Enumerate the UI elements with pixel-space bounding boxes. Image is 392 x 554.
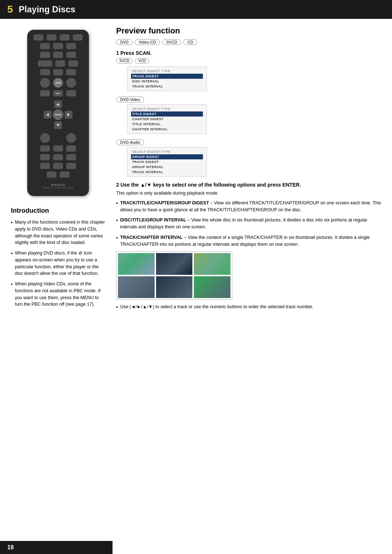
scan-button[interactable]: SCAN — [53, 78, 63, 88]
svcd-menu-box: SELECT DIGEST TYPE TRACK DIGEST DISC INT… — [127, 66, 207, 91]
introduction-bullets: Many of the functions covered in this ch… — [11, 219, 105, 308]
menu-button[interactable]: MENU — [53, 90, 63, 97]
dvdaudio-menu-item-3: GROUP INTERVAL — [131, 164, 203, 170]
chapter-title: Playing Discs — [19, 4, 75, 15]
dpad-up[interactable] — [54, 100, 62, 108]
remote-btn[interactable] — [40, 52, 50, 58]
step2-bullet-3: TRACK/CHAPTER INTERVAL – View the conten… — [116, 234, 381, 248]
remote-btn[interactable] — [60, 34, 70, 41]
remote-btn[interactable] — [53, 145, 63, 152]
remote-btn[interactable] — [40, 69, 50, 76]
thumbnail-4 — [118, 276, 155, 298]
remote-row-2 — [40, 43, 76, 49]
svcd-menu-item-1: TRACK DIGEST — [131, 74, 203, 79]
preview-title: Preview function — [116, 26, 381, 36]
remote-btn[interactable] — [40, 154, 50, 160]
enter-button[interactable]: ENTER — [53, 109, 64, 120]
remote-btn[interactable] — [66, 163, 76, 169]
dvdvideo-pill: DVD-Video — [116, 97, 144, 102]
remote-btn[interactable] — [40, 163, 50, 169]
introduction-title: Introduction — [11, 207, 105, 215]
thumbnail-1 — [118, 253, 155, 275]
remote-round-btn[interactable] — [66, 78, 76, 88]
step1-label: 1 Press SCAN. — [116, 50, 381, 56]
remote-btn[interactable] — [66, 145, 76, 152]
remote-btn[interactable] — [60, 171, 70, 178]
badge-svcd-small: SVCD — [116, 58, 133, 64]
step2-desc: This option is only available during pla… — [116, 190, 381, 197]
dpad-down[interactable] — [54, 121, 62, 129]
remote-btn[interactable] — [38, 60, 52, 67]
remote-btn[interactable] — [46, 34, 57, 41]
dvdaudio-menu-box: SELECT DIGEST TYPE GROUP DIGEST TRACK DI… — [127, 147, 207, 177]
svcd-menu-item-3: TRACK INTERVAL — [131, 84, 203, 89]
remote-btn[interactable] — [66, 154, 76, 160]
remote-btn[interactable] — [53, 154, 63, 160]
remote-row-menu: MENU — [40, 90, 76, 97]
remote-btn[interactable] — [53, 163, 63, 169]
final-bullet: Use (◄/►/▲/▼) to select a track or use t… — [116, 304, 381, 311]
intro-bullet-2: When playing DVD discs, if the ⊘ icon ap… — [11, 250, 105, 277]
dvdvideo-menu-item-3: TITLE INTERVAL — [131, 122, 203, 127]
intro-bullet-1-text: Many of the functions covered in this ch… — [15, 219, 105, 246]
remote-btn[interactable] — [40, 90, 50, 97]
remote-row-4 — [38, 60, 78, 67]
remote-btn[interactable] — [46, 171, 57, 178]
intro-bullet-3: When playing Video CDs, some of the func… — [11, 281, 105, 308]
svcd-menu-header: SELECT DIGEST TYPE — [131, 69, 203, 74]
remote-btn[interactable] — [40, 43, 50, 49]
remote-control: SCAN MENU ENTER — [27, 30, 89, 196]
remote-row-5 — [40, 69, 76, 76]
thumbnail-grid — [116, 251, 232, 300]
intro-bullet-3-text: When playing Video CDs, some of the func… — [15, 281, 105, 308]
final-bullet-text: Use (◄/►/▲/▼) to select a track or use t… — [120, 304, 313, 311]
remote-btn[interactable] — [40, 145, 50, 152]
remote-btn[interactable] — [53, 43, 63, 49]
dpad: ENTER — [44, 100, 73, 129]
remote-round-btn[interactable] — [40, 78, 50, 88]
step2-section: 2 Use the ▲/▼ keys to select one of the … — [116, 182, 381, 311]
badge-videocd: Video-CD — [135, 39, 160, 45]
format-badges: DVD Video-CD SVCD CD — [116, 39, 381, 45]
dpad-left[interactable] — [44, 111, 52, 119]
dvdaudio-pill: DVD-Audio — [116, 139, 144, 145]
introduction-section: Introduction Many of the functions cover… — [11, 207, 105, 308]
remote-illustration: SCAN MENU ENTER — [11, 30, 105, 196]
remote-row-3 — [40, 52, 76, 58]
remote-btn[interactable] — [66, 52, 76, 58]
remote-btn[interactable] — [66, 69, 76, 76]
remote-row-10 — [40, 154, 76, 160]
dvdaudio-menu-item-2: TRACK DIGEST — [131, 159, 203, 164]
chapter-header: 5 Playing Discs — [0, 0, 392, 19]
remote-round-btn[interactable] — [66, 133, 76, 143]
remote-btn[interactable] — [53, 69, 63, 76]
dvdaudio-menu-item-4: TRACK INTERVAL — [131, 170, 203, 175]
dvdaudio-menu-section: DVD-Audio SELECT DIGEST TYPE GROUP DIGES… — [116, 139, 381, 177]
thumbnail-6 — [194, 276, 230, 298]
remote-btn[interactable] — [66, 90, 76, 97]
remote-btn[interactable] — [55, 60, 65, 67]
svcd-vcd-badges: SVCD VCD — [116, 58, 381, 64]
page-number: 18 — [7, 544, 14, 551]
dvdvideo-menu-item-2: CHAPTER DIGEST — [131, 117, 203, 122]
remote-btn[interactable] — [73, 34, 83, 41]
remote-row-1 — [33, 34, 83, 41]
dvdaudio-menu-header: SELECT DIGEST TYPE — [131, 149, 203, 154]
badge-cd: CD — [183, 39, 197, 45]
dvdaudio-label-pill: DVD-Audio — [116, 139, 381, 147]
dvdvideo-menu-item-4: CHAPTER INTERVAL — [131, 127, 203, 132]
remote-btn[interactable] — [66, 43, 76, 49]
badge-dvd: DVD — [116, 39, 132, 45]
remote-btn[interactable] — [33, 34, 44, 41]
step2-text: 2 Use the ▲/▼ keys to select one of the … — [116, 182, 301, 188]
remote-btn[interactable] — [53, 52, 63, 58]
dvdvideo-menu-item-1: TITLE DIGEST — [131, 111, 203, 117]
dpad-right[interactable] — [65, 111, 73, 119]
step2-bullet-1-content: TRACK/TITLE/CHAPTER/GROUP DIGEST – View … — [120, 200, 381, 213]
left-column: SCAN MENU ENTER — [0, 19, 113, 319]
remote-round-btn[interactable] — [40, 133, 50, 143]
step2-bullet-3-content: TRACK/CHAPTER INTERVAL – View the conten… — [120, 234, 381, 248]
thumbnail-5 — [156, 276, 193, 298]
remote-btn[interactable] — [68, 60, 78, 67]
chapter-number: 5 — [7, 4, 13, 15]
